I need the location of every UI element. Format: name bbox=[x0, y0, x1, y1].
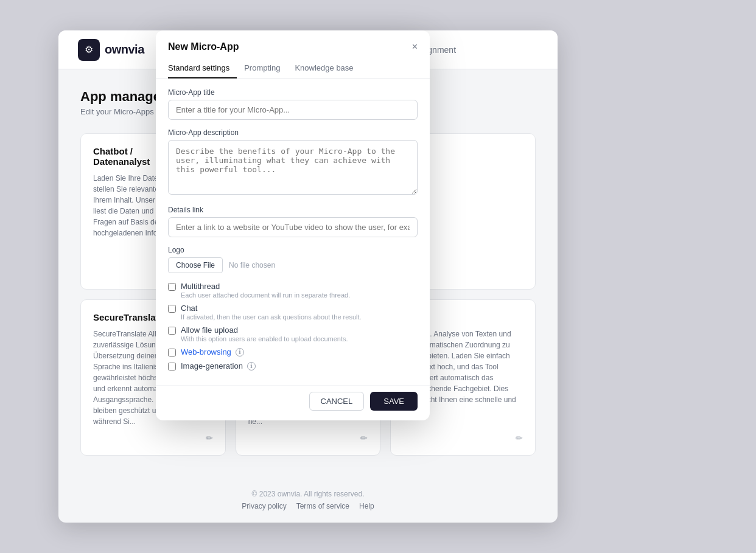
no-file-text: No file chosen bbox=[229, 261, 275, 270]
description-label: Micro-App description bbox=[168, 128, 418, 137]
logo-text: ownvia bbox=[105, 43, 144, 57]
chat-checkbox[interactable] bbox=[168, 305, 176, 313]
footer-copyright: © 2023 ownvia. All rights reserved. bbox=[58, 490, 558, 498]
chat-hint: If activated, then the user can ask ques… bbox=[181, 313, 362, 321]
multithread-label: Multithread bbox=[181, 282, 350, 291]
web-browsing-info-icon[interactable]: ℹ bbox=[236, 348, 244, 356]
modal-body: Micro-App title Micro-App description De… bbox=[156, 78, 430, 385]
multithread-hint: Each user attached document will run in … bbox=[181, 291, 350, 299]
multithread-checkbox[interactable] bbox=[168, 283, 176, 291]
checkbox-multithread: Multithread Each user attached document … bbox=[168, 282, 418, 299]
tab-prompting[interactable]: Prompting bbox=[237, 60, 287, 78]
modal-header: New Micro-App × bbox=[156, 30, 430, 52]
footer-terms-link[interactable]: Terms of service bbox=[296, 502, 349, 510]
logo-icon: ⚙ bbox=[78, 39, 100, 61]
image-generation-checkbox[interactable] bbox=[168, 363, 176, 370]
card-seokey-edit[interactable]: ✏ bbox=[360, 433, 368, 443]
logo-label: Logo bbox=[168, 246, 418, 254]
checkbox-chat: Chat If activated, then the user can ask… bbox=[168, 304, 418, 321]
cancel-button[interactable]: CANCEL bbox=[309, 392, 365, 411]
card-text-edit[interactable]: ✏ bbox=[516, 433, 523, 443]
image-generation-info-icon[interactable]: ℹ bbox=[247, 362, 256, 370]
page-footer: © 2023 ownvia. All rights reserved. Priv… bbox=[58, 470, 558, 523]
form-group-logo: Logo Choose File No file chosen bbox=[168, 246, 418, 273]
form-group-details-link: Details link bbox=[168, 206, 418, 237]
chat-checkbox-label: Chat bbox=[181, 304, 362, 313]
save-button[interactable]: SAVE bbox=[370, 392, 418, 411]
choose-file-button[interactable]: Choose File bbox=[168, 257, 223, 273]
tab-standard-settings[interactable]: Standard settings bbox=[168, 60, 237, 78]
web-browsing-checkbox[interactable] bbox=[168, 349, 176, 356]
footer-links: Privacy policy Terms of service Help bbox=[58, 502, 558, 510]
form-group-description: Micro-App description bbox=[168, 128, 418, 197]
title-input[interactable] bbox=[168, 100, 418, 120]
modal-tabs: Standard settings Prompting Knowledge ba… bbox=[156, 52, 430, 78]
title-label: Micro-App title bbox=[168, 88, 418, 97]
screen-wrapper: ⚙ ownvia Dashboard Chat My Apps App mana… bbox=[58, 30, 698, 523]
logo-area: ⚙ ownvia bbox=[78, 39, 144, 61]
checkbox-image-generation: Image-generation ℹ bbox=[168, 361, 418, 370]
details-link-label: Details link bbox=[168, 206, 418, 214]
file-upload-hint: With this option users are enabled to up… bbox=[181, 335, 348, 343]
web-browsing-label: Web-browsing bbox=[181, 347, 231, 356]
file-upload-label: Allow file upload bbox=[181, 325, 348, 335]
description-textarea[interactable] bbox=[168, 140, 418, 195]
card-securetranslate-edit[interactable]: ✏ bbox=[206, 433, 213, 443]
logo-file-row: Choose File No file chosen bbox=[168, 257, 418, 273]
form-group-title: Micro-App title bbox=[168, 88, 418, 120]
footer-help-link[interactable]: Help bbox=[359, 502, 374, 510]
tab-knowledge-base[interactable]: Knowledge base bbox=[287, 60, 360, 78]
modal-title: New Micro-App bbox=[168, 41, 239, 52]
details-link-input[interactable] bbox=[168, 217, 418, 237]
modal-close-button[interactable]: × bbox=[412, 42, 418, 52]
checkbox-file-upload: Allow file upload With this option users… bbox=[168, 325, 418, 343]
checkbox-web-browsing: Web-browsing ℹ bbox=[168, 347, 418, 356]
modal-footer: CANCEL SAVE bbox=[156, 385, 430, 420]
image-generation-label: Image-generation bbox=[181, 361, 243, 370]
footer-privacy-link[interactable]: Privacy policy bbox=[242, 502, 286, 510]
new-micro-app-modal: New Micro-App × Standard settings Prompt… bbox=[156, 30, 430, 420]
file-upload-checkbox[interactable] bbox=[168, 327, 176, 335]
